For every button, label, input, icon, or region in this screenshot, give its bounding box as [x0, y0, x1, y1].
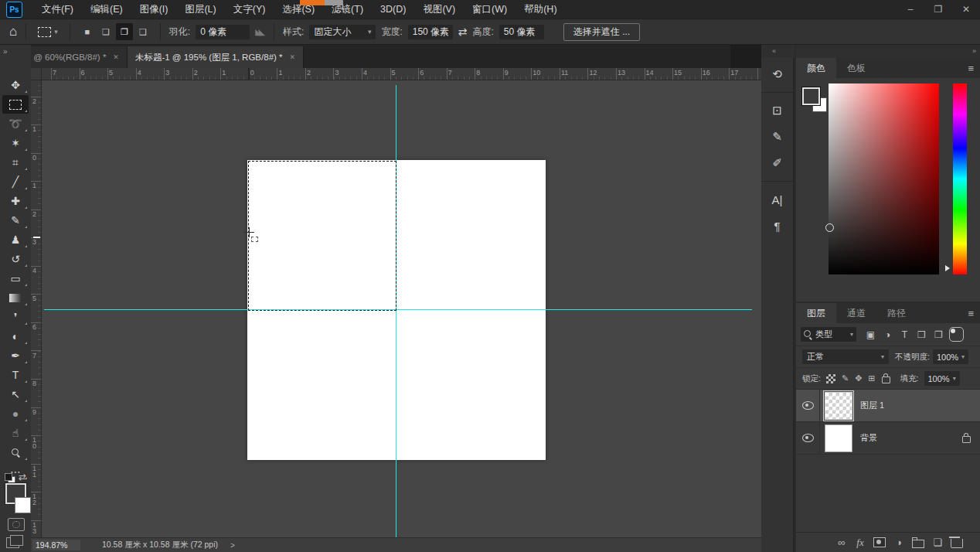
panel-tab-路径[interactable]: 路径	[876, 303, 917, 323]
status-chevron-icon[interactable]: >	[230, 541, 235, 550]
vertical-guide[interactable]	[396, 85, 396, 537]
layer-visibility-cell[interactable]	[796, 422, 820, 454]
panel-tab-通道[interactable]: 通道	[836, 303, 876, 323]
new-group-icon[interactable]	[912, 540, 924, 548]
restore-button[interactable]: ❐	[924, 0, 952, 19]
lock-artboard-icon[interactable]: ⊞	[868, 373, 875, 383]
panel-tab-颜色[interactable]: 颜色	[796, 58, 836, 78]
width-input[interactable]: 150 像素	[408, 25, 453, 39]
dodge-tool[interactable]: ◐	[2, 327, 29, 346]
active-tool-preset[interactable]: ▾	[35, 25, 61, 39]
swap-width-height-icon[interactable]: ⇄	[458, 26, 468, 38]
hue-slider-arrow[interactable]	[945, 265, 950, 271]
pen-tool[interactable]: ✒	[2, 346, 29, 365]
character-panel-icon[interactable]: A|	[761, 181, 793, 208]
home-icon[interactable]: ⌂	[9, 24, 17, 39]
lock-transparent-pixels-icon[interactable]	[826, 374, 835, 383]
filter-shape-layers-icon[interactable]: ❒	[915, 328, 928, 341]
path-selection-tool[interactable]: ↖	[2, 385, 29, 404]
history-brush-tool[interactable]: ↺	[2, 250, 29, 268]
horizontal-ruler[interactable]: 765432101234567891011121314151617	[42, 68, 761, 80]
eye-icon[interactable]	[802, 434, 814, 442]
brushes-panel-icon[interactable]: ✐	[766, 155, 789, 172]
crop-tool[interactable]: ⌗	[2, 153, 29, 172]
color-field-cursor[interactable]	[825, 223, 834, 232]
add-to-selection-mode-button[interactable]: ❏	[97, 23, 114, 40]
saturation-brightness-field[interactable]	[829, 83, 939, 274]
menu-image[interactable]: 图像(I)	[131, 0, 177, 19]
menu-edit[interactable]: 编辑(E)	[82, 0, 131, 19]
quick-mask-mode-button[interactable]	[8, 518, 25, 531]
layer-thumbnail[interactable]	[825, 424, 852, 452]
ellipse-tool[interactable]: ●	[2, 404, 29, 423]
intersect-selection-mode-button[interactable]: ❑	[134, 23, 151, 40]
layer-row[interactable]: 图层 1	[796, 390, 980, 422]
eraser-tool[interactable]: ▭	[2, 269, 29, 288]
hue-slider[interactable]	[953, 83, 967, 274]
spot-healing-brush-tool[interactable]: ✚	[2, 192, 29, 210]
document-tab[interactable]: 未标题-1 @ 195% (图层 1, RGB/8#) *✕	[128, 46, 304, 68]
panel-menu-icon[interactable]: ≡	[968, 63, 974, 74]
hand-tool[interactable]: ☝	[2, 424, 29, 442]
layer-name[interactable]: 图层 1	[860, 400, 884, 411]
vertical-ruler[interactable]: 321012345678910111213	[31, 80, 42, 537]
filter-toggle[interactable]	[949, 327, 964, 342]
3d-panel-icon[interactable]: ⊡	[761, 92, 793, 119]
delete-layer-icon[interactable]	[951, 539, 963, 548]
default-colors-icon[interactable]	[5, 473, 15, 484]
layer-visibility-cell[interactable]	[796, 390, 820, 421]
height-input[interactable]: 50 像素	[499, 25, 544, 39]
selection-marquee[interactable]	[248, 161, 396, 311]
history-panel-icon[interactable]: ⟲	[766, 66, 789, 83]
lock-position-icon[interactable]: ✥	[855, 373, 862, 383]
horizontal-guide[interactable]	[44, 309, 752, 310]
panel-tab-图层[interactable]: 图层	[796, 303, 836, 323]
layer-name[interactable]: 背景	[860, 432, 877, 444]
menu-file[interactable]: 文件(F)	[33, 0, 82, 19]
menu-view[interactable]: 视图(V)	[414, 0, 464, 19]
style-select[interactable]: 固定大小 ▾	[309, 25, 376, 39]
type-tool[interactable]: T	[2, 366, 29, 384]
screen-mode-button[interactable]	[6, 537, 19, 548]
collapse-dock-icon[interactable]: «	[761, 45, 795, 58]
lock-image-pixels-icon[interactable]: ✎	[842, 373, 849, 383]
new-layer-icon[interactable]: ❏	[932, 537, 943, 548]
filter-type-layers-icon[interactable]: T	[898, 328, 911, 341]
paragraph-panel-icon[interactable]: ¶	[766, 217, 789, 234]
minimize-button[interactable]: –	[897, 0, 924, 19]
layer-effects-icon[interactable]: fx	[855, 537, 866, 549]
menu-help[interactable]: 帮助(H)	[516, 0, 565, 19]
filter-adjustment-layers-icon[interactable]: ◑	[881, 328, 894, 341]
subtract-from-selection-mode-button[interactable]: ❐	[116, 23, 133, 40]
add-layer-mask-icon[interactable]	[873, 537, 886, 547]
blend-mode-select[interactable]: 正常 ▾	[802, 349, 889, 364]
select-and-mask-button[interactable]: 选择并遮住 ...	[563, 23, 640, 41]
layer-row[interactable]: 背景	[796, 422, 980, 455]
blur-tool[interactable]: ❜	[2, 308, 29, 326]
opacity-input[interactable]: 100% ▾	[933, 349, 968, 364]
lock-all-icon[interactable]	[882, 377, 890, 383]
background-color-swatch[interactable]	[15, 497, 31, 513]
menu-type[interactable]: 文字(Y)	[225, 0, 274, 19]
brush-settings-panel-icon[interactable]: ✎	[766, 128, 789, 145]
clone-stamp-tool[interactable]: ♟	[2, 230, 29, 249]
close-tab-icon[interactable]: ✕	[113, 53, 119, 61]
eyedropper-tool[interactable]: ╱	[2, 172, 29, 191]
eye-icon[interactable]	[802, 401, 814, 410]
layer-thumbnail[interactable]	[825, 392, 852, 420]
panel-tab-色板[interactable]: 色板	[836, 58, 876, 78]
ruler-corner[interactable]	[31, 68, 42, 80]
quick-selection-tool[interactable]: ✶	[2, 134, 29, 152]
filter-image-layers-icon[interactable]: ▣	[864, 328, 877, 341]
brush-tool[interactable]: ✎	[2, 211, 29, 230]
filter-smart-objects-icon[interactable]: ❐	[932, 328, 945, 341]
foreground-color-swatch[interactable]	[802, 87, 820, 105]
zoom-tool[interactable]	[2, 443, 29, 462]
lasso-tool[interactable]: ➰	[2, 114, 29, 133]
canvas-pasteboard[interactable]	[42, 80, 761, 537]
link-layers-icon[interactable]: ∞	[836, 537, 847, 548]
close-button[interactable]: ✕	[952, 0, 980, 19]
zoom-level-input[interactable]: 194.87%	[32, 540, 80, 550]
close-tab-icon[interactable]: ✕	[290, 53, 296, 61]
fill-input[interactable]: 100% ▾	[924, 371, 960, 386]
